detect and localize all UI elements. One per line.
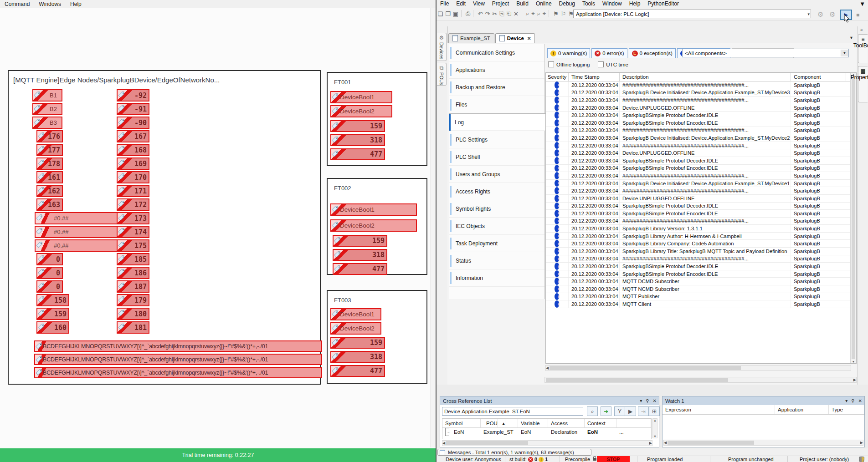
new-file-icon[interactable]: ❏ [437,10,444,17]
tag-widget[interactable]: 163 [36,198,63,211]
errors-filter-button[interactable]: ✕0 error(s) [591,48,627,58]
utc-time-checkbox[interactable] [598,61,604,67]
log-row[interactable]: i 20.12.2020 00:33:04 Device.UNPLUGGED.O… [546,149,856,157]
log-row[interactable]: i 20.12.2020 00:33:04 SparkplugBSimple P… [546,203,856,210]
copy-icon[interactable]: ⎘ [498,10,505,17]
print-icon[interactable]: ⎙ [465,10,472,17]
separator[interactable] [461,10,463,17]
menu-item[interactable]: Edit [452,0,469,7]
column-header[interactable]: Context [585,419,616,427]
device-nav-item[interactable]: Communication Settings [449,44,544,61]
separator[interactable] [473,10,475,17]
menu-item[interactable]: Window [599,0,626,7]
cut-icon[interactable]: ✂ [491,10,498,17]
tag-widget-value[interactable]: 318 [330,134,385,146]
tag-widget-bool[interactable]: DeviceBool2 [330,322,381,335]
log-row[interactable]: i 20.12.2020 00:33:04 ##################… [546,96,856,104]
column-header[interactable]: Type [829,405,864,414]
tag-widget-bool[interactable]: DeviceBool2 [330,105,392,117]
tag-widget-value[interactable]: 477 [330,148,385,160]
column-header[interactable]: Time Stamp [569,73,620,81]
redo-icon[interactable]: ↷ [484,10,491,17]
window-menu-icon[interactable]: ▾ [640,398,642,403]
go-button[interactable]: ➜ [601,406,611,416]
scroll-left-icon[interactable]: ◀ [664,441,667,445]
log-row[interactable]: i 20.12.2020 00:33:04 MQTT Client Sparkp… [546,300,856,308]
separator[interactable] [549,10,551,17]
exceptions-filter-button[interactable]: E0 exception(s) [629,48,676,58]
dock-tab-properties[interactable]: ▦ Properties [858,66,868,102]
column-header[interactable]: POU ▴ [481,419,518,427]
close-icon[interactable]: ✕ [653,398,657,403]
tag-widget[interactable]: 185 [117,253,149,265]
scroll-right-icon[interactable]: ▶ [860,441,863,445]
open-file-icon[interactable]: ❐ [444,10,452,17]
log-row[interactable]: i 20.12.2020 00:33:04 SparkplugB Library… [546,240,856,248]
tag-widget-bool[interactable]: DeviceBool1 [330,203,417,216]
column-header[interactable]: Description [620,73,791,81]
column-header[interactable]: Expression [663,405,775,414]
column-header[interactable]: Severity [546,73,569,81]
log-vertical-scrollbar[interactable]: ▲ ▼ [850,73,856,363]
search-button[interactable]: ⌕ [587,406,598,416]
log-row[interactable]: i 20.12.2020 00:33:04 ##################… [546,81,856,89]
device-nav-item[interactable]: Symbol Rights [449,200,544,218]
login-icon[interactable]: ⚙ [817,10,823,19]
tag-widget[interactable]: 170 [117,171,149,183]
tag-widget[interactable]: -91 [117,103,149,115]
undo-icon[interactable]: ↶ [477,10,484,17]
crossref-horizontal-scrollbar[interactable]: ◀ ▶ [442,440,652,446]
scroll-left-icon[interactable]: ◀ [442,441,445,445]
scroll-left-icon[interactable]: ◀ [546,366,549,370]
log-row[interactable]: i 20.12.2020 00:33:04 ##################… [546,187,856,195]
watch-horizontal-scrollbar[interactable]: ◀ ▶ [663,440,863,446]
find-replace-icon[interactable]: ⌖ [530,10,536,17]
scroll-up-icon[interactable]: ▲ [653,419,657,422]
tree-collapse-icon[interactable]: − [445,428,449,436]
device-nav-item[interactable]: Users and Groups [449,166,544,183]
menu-item[interactable]: Tools [579,0,599,7]
tag-widget[interactable]: 167 [117,130,149,142]
device-nav-item[interactable]: Information [449,269,544,287]
active-application-combo[interactable]: Application [Device: PLC Logic] ▾ [573,10,811,18]
device-nav-item[interactable]: Backup and Restore [449,79,544,96]
chevron-down-icon[interactable]: ▼ [841,50,848,56]
log-row[interactable]: i 20.12.2020 00:33:04 SparkplugB Device … [546,134,856,142]
tag-widget[interactable]: 180 [117,308,149,320]
menu-item[interactable]: PythonEditor [644,0,683,7]
device-nav-item[interactable]: Status [449,252,544,269]
log-row[interactable]: i 20.12.2020 00:33:04 Device.UNPLUGGED.O… [546,195,856,203]
paste-icon[interactable]: ⎗ [505,10,512,17]
log-row[interactable]: i 20.12.2020 00:33:04 SparkplugB Library… [546,233,856,240]
panel-titlebar[interactable]: Cross Reference List ▾ ⚲ ✕ [440,396,659,405]
bookmark-icon[interactable]: ⚑ [552,10,560,17]
tag-widget[interactable]: 161 [36,171,63,183]
crossref-search-input[interactable] [442,407,583,416]
tag-widget-string[interactable]: BCDEFGHIJKLMNOPQRSTUVWXYZ[\]^_`abcdefghi… [34,340,322,352]
column-header[interactable]: Variable [518,419,548,427]
tag-widget[interactable]: B1 [32,89,62,102]
menu-item[interactable]: Build [513,0,532,7]
messages-statusbar-tab[interactable]: Messages - Total 1 error(s), 1 warning(s… [437,449,591,456]
log-row[interactable]: i 20.12.2020 00:33:04 SparkplugBSimple P… [546,263,856,270]
find-settings-icon[interactable]: ⌖ [541,10,547,17]
scrollbar-thumb[interactable] [446,441,528,445]
device-nav-item[interactable]: IEC Objects [449,218,544,235]
column-header[interactable]: Component [791,73,846,81]
sidebar-tab-devices[interactable]: ⚙ Devices [437,33,447,61]
tag-widget[interactable]: 0 [36,267,63,279]
tag-widget-string[interactable]: BCDEFGHIJKLMNOPQRSTUVWXYZ[\]^_`abcdefghi… [34,354,322,365]
bookmark-prev-icon[interactable]: ⚐ [560,10,567,17]
log-row[interactable]: i 20.12.2020 00:33:04 MQTT Publisher Spa… [546,293,856,301]
menu-item[interactable]: File [437,0,452,7]
device-nav-item[interactable]: Task Deployment [449,235,544,252]
tab-example-st[interactable]: Example_ST [448,33,494,43]
funnel-icon[interactable]: ▼ [859,0,865,7]
component-filter-combo[interactable]: <All components> ▼ [682,49,849,57]
tag-widget-value[interactable]: 477 [333,263,387,275]
menu-item[interactable]: Online [532,0,555,7]
scrollbar-thumb[interactable] [550,366,741,370]
tab-list-dropdown-icon[interactable]: ▼ [849,36,853,40]
tag-widget[interactable]: 177 [36,144,63,156]
delete-icon[interactable]: ✕ [513,10,520,17]
